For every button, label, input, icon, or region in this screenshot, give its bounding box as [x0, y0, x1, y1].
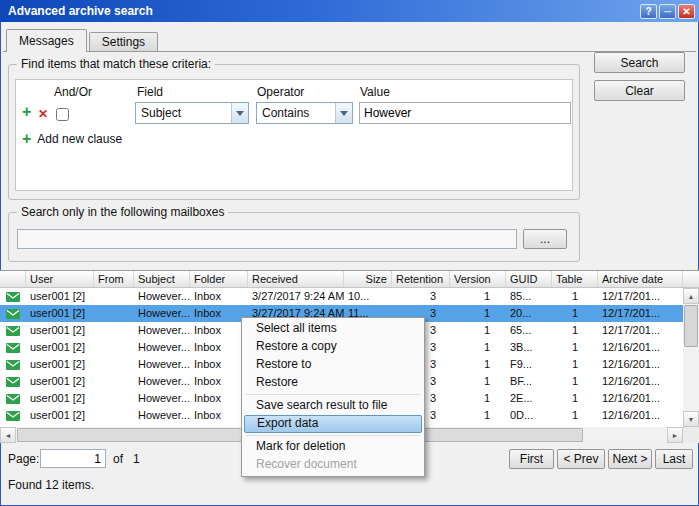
clause-checkbox[interactable] [56, 108, 69, 121]
column-header-user[interactable]: User [26, 271, 94, 287]
andor-column-label: And/Or [54, 85, 92, 99]
page-input[interactable] [40, 449, 106, 468]
add-clause-label: Add new clause [37, 132, 122, 146]
tab-strip: MessagesSettings [3, 29, 696, 52]
cell-version: 1 [450, 322, 506, 339]
mail-icon [0, 373, 26, 390]
menu-item-select-all-items[interactable]: Select all items [244, 320, 422, 338]
cell-version: 1 [450, 356, 506, 373]
operator-column-label: Operator [257, 85, 304, 99]
cell-from [94, 305, 134, 322]
close-button[interactable]: ✕ [678, 4, 695, 19]
chevron-down-icon [335, 103, 352, 123]
cell-archive_date: 12/16/201... [598, 390, 683, 407]
cell-user: user001 [2] [26, 305, 94, 322]
cell-folder: Inbox [190, 356, 248, 373]
column-header-version[interactable]: Version [450, 271, 506, 287]
column-header-size[interactable]: Size [344, 271, 392, 287]
mail-icon [0, 356, 26, 373]
column-header-from[interactable]: From [94, 271, 134, 287]
add-new-clause-link[interactable]: + Add new clause [22, 132, 122, 146]
menu-item-save-search-result-to-file[interactable]: Save search result to file [244, 397, 422, 415]
menu-separator [246, 435, 420, 436]
vertical-scrollbar[interactable]: ▲ ▼ [683, 288, 699, 427]
column-header-archive_date[interactable]: Archive date [598, 271, 683, 287]
remove-clause-icon[interactable]: ✕ [38, 107, 48, 121]
menu-item-restore[interactable]: Restore [244, 374, 422, 392]
menu-item-export-data[interactable]: Export data [244, 415, 422, 433]
mailboxes-groupbox: Search only in the following mailboxes .… [8, 212, 580, 262]
cell-version: 1 [450, 407, 506, 424]
cell-from [94, 339, 134, 356]
add-clause-icon[interactable]: + [22, 104, 31, 120]
cell-folder: Inbox [190, 288, 248, 305]
window-controls: ? ─ ✕ [640, 4, 695, 19]
cell-guid: 2E... [506, 390, 552, 407]
column-header-folder[interactable]: Folder [190, 271, 248, 287]
scroll-left-icon[interactable]: ◄ [0, 427, 16, 443]
cell-table: 1 [552, 288, 598, 305]
cell-folder: Inbox [190, 407, 248, 424]
header-filler [683, 270, 699, 288]
field-column-label: Field [137, 85, 163, 99]
status-text: Found 12 items. [8, 478, 94, 492]
cell-folder: Inbox [190, 373, 248, 390]
minimize-button[interactable]: ─ [659, 4, 676, 19]
next-page-button[interactable]: Next > [608, 449, 652, 469]
search-button[interactable]: Search [594, 52, 685, 73]
cell-folder: Inbox [190, 322, 248, 339]
value-input[interactable] [359, 102, 571, 124]
cell-user: user001 [2] [26, 288, 94, 305]
cell-from [94, 322, 134, 339]
menu-item-mark-for-deletion[interactable]: Mark for deletion [244, 438, 422, 456]
help-button[interactable]: ? [640, 4, 657, 19]
mailbox-input[interactable] [17, 229, 517, 249]
cell-guid: 3B... [506, 339, 552, 356]
browse-button[interactable]: ... [523, 229, 567, 249]
menu-item-restore-to[interactable]: Restore to [244, 356, 422, 374]
column-header-retention[interactable]: Retention [392, 271, 450, 287]
cell-size: 10... [344, 288, 392, 305]
field-combo-value: Subject [136, 106, 231, 120]
cell-subject: However... [134, 373, 190, 390]
column-header-icon[interactable] [0, 271, 26, 287]
cell-from [94, 288, 134, 305]
first-page-button[interactable]: First [509, 449, 554, 469]
menu-item-restore-a-copy[interactable]: Restore a copy [244, 338, 422, 356]
last-page-button[interactable]: Last [655, 449, 693, 469]
cell-received: 3/27/2017 9:24 AM [248, 288, 344, 305]
of-label: of [113, 452, 123, 466]
column-header-received[interactable]: Received [248, 271, 344, 287]
tab-settings[interactable]: Settings [89, 32, 158, 51]
field-combo[interactable]: Subject [135, 102, 249, 124]
cell-subject: However... [134, 339, 190, 356]
advanced-archive-search-dialog: Advanced archive search ? ─ ✕ MessagesSe… [0, 0, 699, 506]
scroll-right-icon[interactable]: ► [667, 427, 683, 443]
chevron-down-icon [231, 103, 248, 123]
cell-guid: 20... [506, 305, 552, 322]
cell-retention: 3 [392, 288, 450, 305]
clear-button[interactable]: Clear [594, 80, 685, 101]
cell-guid: 65... [506, 322, 552, 339]
cell-archive_date: 12/16/201... [598, 407, 683, 424]
prev-page-button[interactable]: < Prev [557, 449, 605, 469]
tab-messages[interactable]: Messages [6, 29, 87, 52]
scroll-up-icon[interactable]: ▲ [683, 288, 699, 304]
vertical-scroll-thumb[interactable] [684, 305, 698, 347]
context-menu: Select all itemsRestore a copyRestore to… [241, 317, 425, 477]
scroll-down-icon[interactable]: ▼ [683, 411, 699, 427]
table-row[interactable]: user001 [2]However...Inbox3/27/2017 9:24… [0, 288, 683, 305]
cell-folder: Inbox [190, 390, 248, 407]
column-header-subject[interactable]: Subject [134, 271, 190, 287]
cell-user: user001 [2] [26, 339, 94, 356]
menu-item-recover-document: Recover document [244, 456, 422, 474]
cell-table: 1 [552, 356, 598, 373]
cell-archive_date: 12/16/201... [598, 339, 683, 356]
title-bar[interactable]: Advanced archive search ? ─ ✕ [0, 0, 699, 22]
cell-table: 1 [552, 305, 598, 322]
cell-subject: However... [134, 288, 190, 305]
operator-combo[interactable]: Contains [256, 102, 353, 124]
column-header-table[interactable]: Table [552, 271, 598, 287]
column-header-guid[interactable]: GUID [506, 271, 552, 287]
mail-icon [0, 339, 26, 356]
